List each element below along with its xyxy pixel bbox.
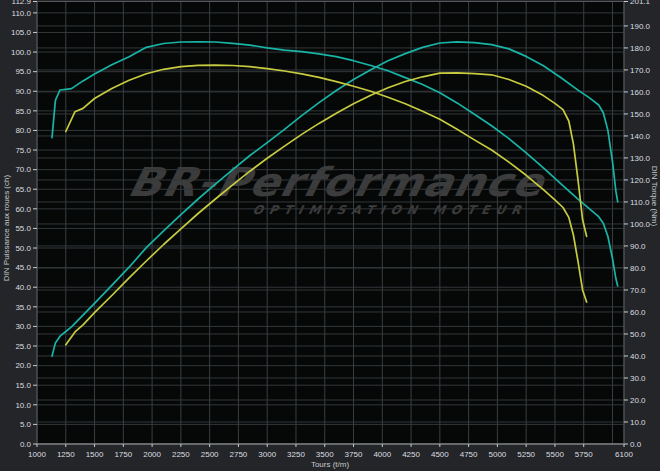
y-right-tick-label: 170.0 [630, 66, 651, 75]
x-tick-label: 3500 [316, 450, 334, 459]
x-tick-label: 3750 [345, 450, 363, 459]
y-left-tick-label: 65.0 [15, 185, 31, 194]
y-right-tick-label: 201.1 [630, 0, 651, 6]
series-torque-original-line [66, 65, 587, 302]
x-tick-label: 5000 [488, 450, 506, 459]
x-tick-label: 2750 [230, 450, 248, 459]
x-tick-label: 2000 [143, 450, 161, 459]
y-right-tick-label: 80.0 [630, 264, 646, 273]
y-left-tick-label: 45.0 [15, 263, 31, 272]
x-axis-title: Tours (t/m) [311, 460, 350, 469]
y-left-tick-label: 95.0 [15, 67, 31, 76]
x-tick-label: 4500 [431, 450, 449, 459]
y-left-tick-label: 112.9 [12, 0, 32, 6]
y-left-tick-label: 35.0 [15, 303, 31, 312]
grid-layer [37, 2, 624, 445]
x-tick-label: 1750 [114, 450, 132, 459]
y-right-tick-label: 140.0 [630, 132, 651, 141]
x-tick-label: 1500 [86, 450, 104, 459]
y-left-tick-label: 110.0 [12, 9, 32, 18]
y-right-tick-label: 150.0 [630, 110, 651, 119]
y-left-tick-label: 20.0 [15, 361, 31, 370]
x-tick-label: 5500 [546, 450, 564, 459]
y-right-tick-label: 50.0 [630, 330, 646, 339]
y-right-tick-label: 180.0 [630, 44, 651, 53]
y-right-axis-title: DIN Torque (Nm) [650, 166, 659, 227]
y-right-tick-label: 130.0 [630, 154, 651, 163]
x-tick-label: 4250 [402, 450, 420, 459]
y-left-tick-label: 105.0 [11, 28, 32, 37]
y-left-tick-label: 60.0 [15, 205, 31, 214]
dyno-chart: BR-Performance OPTIMISATION MOTEUR 112.9… [0, 0, 660, 471]
y-right-tick-label: 120.0 [630, 176, 651, 185]
x-tick-label: 2250 [172, 450, 190, 459]
y-right-tick-label: 110.0 [630, 198, 650, 207]
y-right-tick-label: 70.0 [630, 286, 646, 295]
y-left-tick-label: 75.0 [15, 146, 31, 155]
y-left-tick-label: 100.0 [11, 48, 32, 57]
y-right-tick-label: 190.0 [630, 22, 651, 31]
x-tick-label: 3250 [287, 450, 305, 459]
y-right-tick-label: 160.0 [630, 88, 651, 97]
series-layer [52, 42, 618, 356]
y-left-tick-label: 5.0 [20, 420, 32, 429]
y-left-tick-label: 70.0 [15, 165, 31, 174]
y-left-tick-label: 25.0 [15, 342, 31, 351]
y-left-tick-label: 40.0 [15, 283, 31, 292]
x-tick-label: 1000 [28, 450, 46, 459]
x-tick-label: 3000 [258, 450, 276, 459]
x-tick-label: 2500 [201, 450, 219, 459]
x-tick-label: 5250 [517, 450, 535, 459]
y-right-tick-label: 90.0 [630, 242, 646, 251]
y-left-tick-label: 0.0 [20, 440, 32, 449]
y-right-tick-label: 30.0 [630, 374, 646, 383]
y-right-tick-label: 40.0 [630, 352, 646, 361]
y-left-tick-label: 90.0 [15, 87, 31, 96]
y-left-tick-label: 80.0 [15, 126, 31, 135]
series-torque-tuned-line [52, 42, 618, 286]
y-left-tick-label: 15.0 [15, 381, 31, 390]
y-right-tick-label: 100.0 [630, 220, 651, 229]
y-left-tick-label: 55.0 [15, 224, 31, 233]
y-left-axis-title: DIN Puissance aux roues (ch) [2, 175, 11, 282]
y-right-tick-label: 0.0 [630, 440, 642, 449]
y-right-tick-label: 20.0 [630, 396, 646, 405]
y-left-tick-label: 85.0 [15, 107, 31, 116]
y-left-tick-label: 50.0 [15, 244, 31, 253]
y-left-tick-label: 10.0 [15, 401, 31, 410]
x-tick-label: 4000 [373, 450, 391, 459]
x-tick-label: 6100 [615, 450, 633, 459]
dyno-plot-svg: 112.9110.0105.0100.095.090.085.080.075.0… [0, 0, 660, 471]
x-tick-label: 5750 [575, 450, 593, 459]
x-tick-label: 4750 [460, 450, 478, 459]
y-left-tick-label: 30.0 [15, 322, 31, 331]
y-right-tick-label: 60.0 [630, 308, 646, 317]
y-right-tick-label: 10.0 [630, 418, 646, 427]
x-tick-label: 1250 [57, 450, 75, 459]
